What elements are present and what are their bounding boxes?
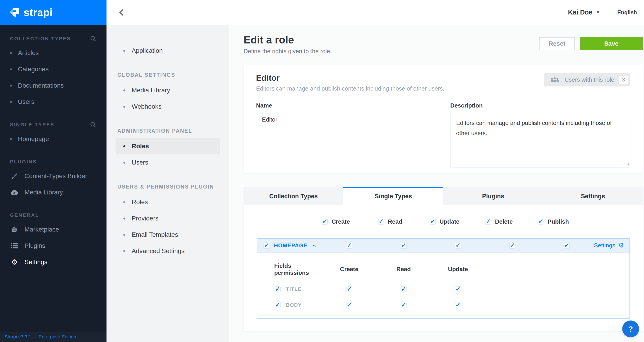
settings-nav-application[interactable]: Application: [106, 42, 229, 59]
sidebar-item-users[interactable]: Users: [0, 94, 106, 110]
page-subtitle: Define the rights given to the role: [244, 48, 539, 55]
bullet-icon: [123, 89, 125, 91]
sidebar-item-articles[interactable]: Articles: [0, 45, 106, 61]
bullet-icon: [10, 52, 12, 54]
settings-nav-advanced-settings[interactable]: Advanced Settings: [106, 243, 229, 259]
bullet-icon: [123, 106, 125, 108]
bullet-icon: [10, 138, 12, 140]
homepage-delete-checkbox[interactable]: [510, 243, 515, 249]
homepage-checkbox[interactable]: [264, 243, 270, 249]
settings-nav-media-library[interactable]: Media Library: [106, 82, 229, 98]
users-pill-label: Users with this role: [564, 76, 614, 83]
sidebar-item-content-types-builder[interactable]: Content-Types Builder: [0, 168, 106, 184]
bullet-icon: [10, 68, 12, 70]
sidebar-item-settings[interactable]: ⚙ Settings: [0, 254, 106, 270]
sidebar-nav: COLLECTION TYPES Articles Categories Doc…: [0, 25, 106, 332]
bullet-icon: [123, 145, 125, 147]
settings-group-administration-panel: ADMINISTRATION PANEL: [118, 128, 229, 134]
publish-all-checkbox[interactable]: [538, 219, 544, 224]
sidebar-item-plugins[interactable]: Plugins: [0, 238, 106, 254]
settings-nav-roles[interactable]: Roles: [116, 138, 220, 154]
settings-sidebar: Application GLOBAL SETTINGS Media Librar…: [106, 25, 229, 342]
fields-permissions-header: Fields permissions: [257, 262, 322, 276]
app-window: strapi COLLECTION TYPES Articles Categor…: [0, 0, 644, 342]
bullet-icon: [10, 101, 12, 103]
help-button[interactable]: ?: [622, 321, 639, 337]
homepage-row-label[interactable]: HOMEPAGE: [274, 242, 308, 249]
name-field-label: Name: [256, 102, 436, 109]
search-icon[interactable]: [90, 36, 96, 42]
tab-settings[interactable]: Settings: [543, 187, 643, 205]
permissions-card: Collection Types Single Types Plugins Se…: [244, 187, 643, 331]
tab-plugins[interactable]: Plugins: [443, 187, 543, 205]
body-field-checkbox[interactable]: [275, 302, 280, 308]
bullet-icon: [123, 234, 125, 236]
strapi-logo[interactable]: strapi: [0, 0, 106, 25]
chevron-up-icon[interactable]: [312, 244, 316, 247]
homepage-publish-checkbox[interactable]: [564, 243, 570, 249]
create-all-checkbox[interactable]: [322, 219, 328, 224]
settings-nav-users[interactable]: Users: [106, 154, 229, 171]
read-all-checkbox[interactable]: [378, 219, 384, 224]
reset-button[interactable]: Reset: [539, 37, 575, 50]
basket-icon: [10, 226, 18, 233]
update-all-checkbox[interactable]: [430, 219, 436, 224]
version-link[interactable]: Strapi v3.3.1 — Enterprise Edition: [0, 332, 106, 342]
body-create-checkbox[interactable]: [346, 302, 352, 308]
language-selector[interactable]: English: [617, 9, 637, 16]
settings-nav-up-roles[interactable]: Roles: [106, 194, 229, 210]
chevron-left-icon: [118, 9, 124, 16]
sidebar-item-media-library[interactable]: Media Library: [0, 184, 106, 200]
main-content: Edit a role Define the rights given to t…: [229, 25, 644, 342]
body-read-checkbox[interactable]: [401, 302, 406, 308]
delete-label: Delete: [495, 218, 512, 225]
users-with-role-button[interactable]: Users with this role 3: [544, 73, 630, 86]
tab-single-types[interactable]: Single Types: [343, 187, 443, 205]
description-field-label: Description: [450, 102, 630, 109]
homepage-read-checkbox[interactable]: [401, 243, 406, 249]
delete-all-checkbox[interactable]: [485, 219, 491, 224]
save-button[interactable]: Save: [580, 37, 643, 50]
title-update-checkbox[interactable]: [455, 286, 461, 292]
bullet-icon: [10, 85, 12, 87]
homepage-settings-link[interactable]: Settings ⚙: [594, 242, 630, 249]
fields-read-header: Read: [376, 266, 431, 273]
section-title-general: GENERAL: [10, 212, 39, 218]
homepage-permission-row: HOMEPAGE Settings: [257, 238, 630, 253]
description-textarea[interactable]: Editors can manage and publish contents …: [450, 113, 630, 168]
role-info-card: Editor Editors can manage and publish co…: [244, 65, 643, 173]
fields-permissions-header-row: Fields permissions Create Read Update: [257, 262, 630, 276]
user-menu[interactable]: Kai Doe ▼: [568, 8, 600, 16]
title-read-checkbox[interactable]: [401, 286, 406, 292]
update-label: Update: [440, 218, 459, 225]
settings-nav-webhooks[interactable]: Webhooks: [106, 98, 229, 115]
settings-nav-email-templates[interactable]: Email Templates: [106, 227, 229, 243]
paintbrush-icon: [10, 173, 18, 179]
body-update-checkbox[interactable]: [455, 302, 461, 308]
sidebar-item-categories[interactable]: Categories: [0, 61, 106, 77]
bullet-icon: [123, 201, 125, 203]
title-field-checkbox[interactable]: [275, 286, 280, 292]
cloud-upload-icon: [10, 189, 18, 195]
tab-collection-types[interactable]: Collection Types: [244, 187, 343, 205]
homepage-create-checkbox[interactable]: [346, 243, 352, 249]
sidebar-item-documentations[interactable]: Documentations: [0, 77, 106, 94]
topbar: Kai Doe ▼ English: [106, 0, 644, 25]
homepage-update-checkbox[interactable]: [455, 243, 461, 249]
fields-permissions-panel: Fields permissions Create Read Update TI…: [257, 253, 630, 319]
field-row-title: TITLE: [257, 286, 630, 292]
resize-handle-icon[interactable]: [626, 162, 629, 166]
gear-icon: ⚙: [618, 242, 624, 249]
sidebar-item-homepage[interactable]: Homepage: [0, 131, 106, 147]
title-create-checkbox[interactable]: [346, 286, 352, 292]
sidebar-item-marketplace[interactable]: Marketplace: [0, 221, 106, 238]
bullet-icon: [123, 250, 125, 252]
name-input[interactable]: [256, 113, 436, 126]
role-description-text: Editors can manage and publish contents …: [256, 85, 444, 92]
back-button[interactable]: [106, 0, 136, 25]
search-icon[interactable]: [90, 122, 96, 128]
gear-icon: ⚙: [10, 258, 18, 266]
settings-nav-providers[interactable]: Providers: [106, 210, 229, 227]
page-header: Edit a role Define the rights given to t…: [244, 34, 643, 55]
strapi-logo-icon: [8, 6, 20, 18]
